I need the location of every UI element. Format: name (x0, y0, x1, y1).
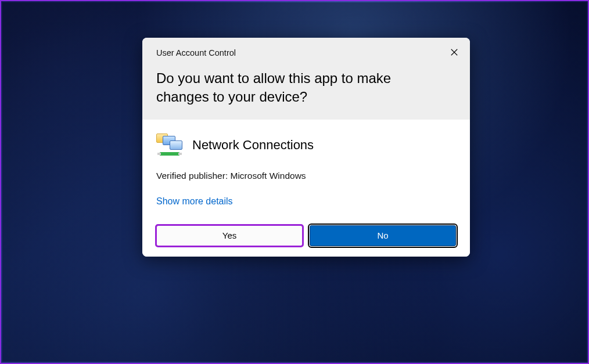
dialog-title: User Account Control (156, 48, 456, 57)
yes-button[interactable]: Yes (156, 225, 303, 246)
dialog-header: User Account Control Do you want to allo… (142, 38, 470, 120)
app-name: Network Connections (192, 138, 314, 153)
close-button[interactable] (446, 44, 463, 61)
button-row: Yes No (156, 225, 456, 248)
network-connections-icon (156, 132, 182, 158)
close-icon (450, 48, 458, 56)
uac-dialog: User Account Control Do you want to allo… (142, 38, 470, 257)
show-more-details-link[interactable]: Show more details (156, 196, 233, 207)
app-row: Network Connections (156, 132, 456, 158)
dialog-question: Do you want to allow this app to make ch… (156, 69, 435, 107)
no-button[interactable]: No (310, 225, 456, 246)
publisher-line: Verified publisher: Microsoft Windows (156, 171, 456, 181)
dialog-body: Network Connections Verified publisher: … (142, 120, 470, 257)
